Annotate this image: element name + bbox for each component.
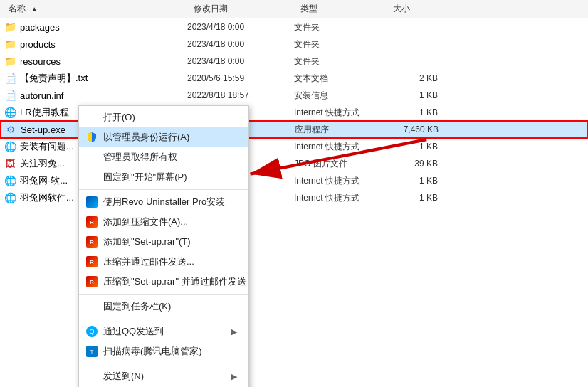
file-type: 文件夹 bbox=[294, 55, 387, 68]
open-icon bbox=[85, 110, 99, 124]
submenu-arrow-icon: ▶ bbox=[231, 372, 237, 381]
col-date-label: 修改日期 bbox=[194, 4, 228, 14]
file-type: 应用程序 bbox=[295, 124, 387, 136]
file-type: Internet 快捷方式 bbox=[294, 175, 387, 187]
file-date: 2023/4/18 0:00 bbox=[187, 39, 294, 49]
file-size: 1 KB bbox=[387, 90, 443, 100]
menu-item-label: 打开(O) bbox=[103, 111, 237, 124]
file-type: 文件夹 bbox=[294, 21, 387, 33]
file-date: 2023/4/18 0:00 bbox=[187, 22, 294, 32]
col-type-label: 类型 bbox=[300, 4, 317, 14]
menu-item-open[interactable]: 打开(O) bbox=[79, 107, 248, 127]
menu-item-label: 以管理员身份运行(A) bbox=[103, 131, 237, 144]
shield-icon bbox=[85, 130, 99, 144]
menu-item-label: 扫描病毒(腾讯电脑管家) bbox=[103, 345, 237, 358]
file-type: Internet 快捷方式 bbox=[294, 107, 387, 119]
menu-item-pin-start[interactable]: 固定到"开始"屏幕(P) bbox=[79, 167, 248, 187]
table-row[interactable]: 📄 autorun.inf 2022/8/18 18:57 安装信息 1 KB bbox=[0, 87, 588, 104]
menu-item-label: 固定到"开始"屏幕(P) bbox=[103, 171, 237, 184]
file-size: 1 KB bbox=[387, 142, 443, 152]
menu-item-compress-email[interactable]: R 压缩并通过邮件发送... bbox=[79, 252, 248, 272]
context-menu: 打开(O) 以管理员身份运行(A) 管理员取得所有权 固定到"开始"屏幕(P) bbox=[78, 105, 249, 387]
file-type: 文件夹 bbox=[294, 38, 387, 51]
winrar-icon: R bbox=[85, 235, 99, 249]
col-size-label: 大小 bbox=[393, 4, 410, 14]
file-size: 1 KB bbox=[387, 193, 443, 203]
txt-icon: 📄 bbox=[3, 71, 17, 85]
menu-item-compress-setup-email[interactable]: R 压缩到"Set-up.rar" 并通过邮件发送 bbox=[79, 272, 248, 292]
menu-separator bbox=[79, 364, 248, 364]
ownership-icon bbox=[85, 150, 99, 164]
file-name: autorun.inf bbox=[20, 90, 187, 101]
file-size: 7,460 KB bbox=[387, 124, 444, 134]
jpg-icon: 🖼 bbox=[3, 157, 17, 171]
menu-item-run-as-admin[interactable]: 以管理员身份运行(A) bbox=[79, 127, 248, 147]
winrar-icon: R bbox=[85, 215, 99, 229]
pin-taskbar-icon bbox=[85, 299, 99, 314]
col-type-header[interactable]: 类型 bbox=[295, 3, 387, 15]
menu-item-send-to[interactable]: 发送到(N) ▶ bbox=[79, 366, 248, 386]
url-icon: 🌐 bbox=[3, 105, 17, 120]
inf-icon: 📄 bbox=[3, 88, 17, 102]
menu-item-label: 使用Revo Uninstaller Pro安装 bbox=[103, 196, 237, 208]
file-name: 【免责声明】.txt bbox=[20, 72, 187, 85]
file-name: products bbox=[20, 39, 187, 50]
winrar-icon: R bbox=[85, 275, 99, 289]
send-to-icon bbox=[85, 369, 99, 383]
menu-item-label: 添加到"Set-up.rar"(T) bbox=[103, 235, 237, 248]
pin-start-icon bbox=[85, 170, 99, 184]
table-row[interactable]: 📁 products 2023/4/18 0:00 文件夹 bbox=[0, 36, 588, 53]
col-name-header[interactable]: 名称 ▲ bbox=[3, 3, 188, 15]
exe-icon: ⚙ bbox=[4, 122, 18, 137]
menu-item-add-setup-rar[interactable]: R 添加到"Set-up.rar"(T) bbox=[79, 232, 248, 252]
file-type: Internet 快捷方式 bbox=[294, 141, 387, 153]
menu-item-scan-virus[interactable]: T 扫描病毒(腾讯电脑管家) bbox=[79, 341, 248, 361]
file-date: 2023/4/18 0:00 bbox=[187, 56, 294, 66]
menu-item-label: 固定到任务栏(K) bbox=[103, 300, 237, 313]
menu-item-add-archive[interactable]: R 添加到压缩文件(A)... bbox=[79, 212, 248, 232]
menu-item-label: 管理员取得所有权 bbox=[103, 151, 237, 164]
file-explorer: 名称 ▲ 修改日期 类型 大小 📁 packages 2023/4/18 0:0… bbox=[0, 0, 588, 387]
menu-item-label: 压缩到"Set-up.rar" 并通过邮件发送 bbox=[103, 275, 246, 288]
menu-item-label: 压缩并通过邮件发送... bbox=[103, 255, 237, 268]
sort-arrow-icon: ▲ bbox=[31, 5, 38, 13]
file-date: 2020/5/6 15:59 bbox=[187, 73, 294, 83]
revo-icon bbox=[85, 195, 99, 209]
file-type: 安装信息 bbox=[294, 90, 387, 102]
file-size: 1 KB bbox=[387, 107, 443, 117]
menu-item-pin-taskbar[interactable]: 固定到任务栏(K) bbox=[79, 297, 248, 317]
file-type: JPG 图片文件 bbox=[294, 158, 387, 170]
file-size: 1 KB bbox=[387, 176, 443, 186]
menu-item-take-ownership[interactable]: 管理员取得所有权 bbox=[79, 147, 248, 167]
qq-icon: Q bbox=[85, 324, 99, 339]
menu-item-label: 通过QQ发送到 bbox=[103, 325, 231, 338]
menu-separator bbox=[79, 294, 248, 295]
menu-item-label: 添加到压缩文件(A)... bbox=[103, 216, 237, 228]
folder-icon: 📁 bbox=[3, 54, 17, 68]
url-icon: 🌐 bbox=[3, 139, 17, 154]
menu-item-revo[interactable]: 使用Revo Uninstaller Pro安装 bbox=[79, 192, 248, 212]
col-size-header[interactable]: 大小 bbox=[387, 3, 444, 15]
col-date-header[interactable]: 修改日期 bbox=[188, 3, 295, 15]
menu-separator bbox=[79, 319, 248, 319]
file-name: resources bbox=[20, 56, 187, 67]
folder-icon: 📁 bbox=[3, 20, 17, 34]
file-size: 39 KB bbox=[387, 159, 443, 169]
url-icon: 🌐 bbox=[3, 191, 17, 205]
file-date: 2022/8/18 18:57 bbox=[187, 90, 294, 100]
file-name: packages bbox=[20, 22, 187, 33]
folder-icon: 📁 bbox=[3, 37, 17, 51]
menu-item-send-qq[interactable]: Q 通过QQ发送到 ▶ bbox=[79, 322, 248, 341]
table-row[interactable]: 📄 【免责声明】.txt 2020/5/6 15:59 文本文档 2 KB bbox=[0, 70, 588, 87]
url-icon: 🌐 bbox=[3, 174, 17, 188]
tencent-icon: T bbox=[85, 344, 99, 359]
column-headers: 名称 ▲ 修改日期 类型 大小 bbox=[0, 0, 588, 18]
winrar-icon: R bbox=[85, 255, 99, 269]
file-type: 文本文档 bbox=[294, 73, 387, 85]
menu-separator bbox=[79, 189, 248, 190]
file-size: 2 KB bbox=[387, 73, 443, 83]
table-row[interactable]: 📁 resources 2023/4/18 0:00 文件夹 bbox=[0, 53, 588, 70]
table-row[interactable]: 📁 packages 2023/4/18 0:00 文件夹 bbox=[0, 18, 588, 36]
submenu-arrow-icon: ▶ bbox=[231, 327, 237, 336]
col-name-label: 名称 bbox=[9, 4, 26, 14]
